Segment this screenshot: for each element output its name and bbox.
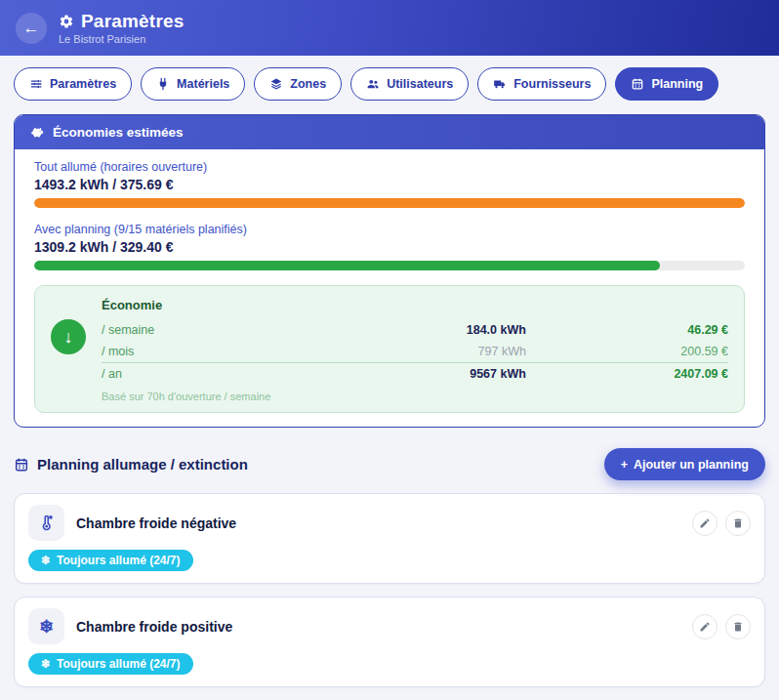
tab-utilisateurs[interactable]: Utilisateurs	[350, 67, 469, 101]
add-planning-button[interactable]: + Ajouter un planning	[604, 448, 765, 480]
tab-label: Matériels	[177, 77, 229, 91]
savings-title: Économies estimées	[53, 125, 184, 140]
always-on-badge: ❄ Toujours allumé (24/7)	[28, 550, 193, 571]
economy-row-label: / an	[102, 367, 324, 381]
layers-icon	[269, 77, 283, 91]
planning-title-text: Planning allumage / extinction	[37, 456, 248, 473]
app-header: ← Paramètres Le Bistrot Parisien	[0, 0, 779, 56]
with-planning-progress-track	[34, 261, 745, 270]
economy-row-eur: 46.29 €	[526, 323, 728, 337]
equipment-name: Chambre froide négative	[76, 515, 692, 531]
economy-row-eur: 2407.09 €	[526, 367, 728, 381]
header-text: Paramètres Le Bistrot Parisien	[59, 11, 184, 45]
trash-icon	[732, 621, 744, 633]
plug-icon	[156, 77, 170, 91]
with-planning-value: 1309.2 kWh / 329.40 €	[34, 239, 745, 255]
add-planning-label: Ajouter un planning	[634, 458, 749, 472]
edit-button[interactable]	[692, 511, 718, 536]
users-icon	[366, 77, 380, 91]
tab-label: Planning	[651, 77, 703, 91]
economy-row-week: / semaine 184.0 kWh 46.29 €	[102, 319, 728, 341]
tab-fournisseurs[interactable]: Fournisseurs	[477, 67, 606, 101]
tab-label: Fournisseurs	[513, 77, 591, 91]
economy-row-label: / mois	[102, 345, 324, 358]
restaurant-name: Le Bistrot Parisien	[59, 33, 184, 45]
truck-icon	[493, 77, 507, 91]
calendar-icon	[631, 77, 644, 91]
all-on-progress-fill	[34, 198, 745, 208]
planning-card-chambre-froide-positive: ❄ Chambre froide positive ❄ Toujours all…	[14, 597, 765, 687]
page-title: Paramètres	[81, 11, 184, 32]
economy-row-label: / semaine	[102, 323, 324, 337]
planning-section-header: Planning allumage / extinction + Ajouter…	[14, 448, 765, 480]
badge-label: Toujours allumé (24/7)	[57, 554, 180, 567]
down-arrow-icon: ↓	[51, 319, 86, 354]
tab-label: Utilisateurs	[387, 77, 453, 91]
trash-icon	[732, 517, 744, 529]
badge-label: Toujours allumé (24/7)	[57, 657, 180, 671]
tab-planning[interactable]: Planning	[615, 67, 718, 101]
savings-card-body: Tout allumé (horaires ouverture) 1493.2 …	[15, 149, 764, 427]
tab-bar: Paramètres Matériels Zones Utilisateurs …	[0, 56, 779, 112]
economy-row-month: / mois 797 kWh 200.59 €	[102, 341, 728, 362]
tab-label: Zones	[290, 77, 326, 91]
gear-icon	[59, 14, 74, 29]
piggy-bank-icon	[30, 125, 45, 140]
planning-card-chambre-froide-negative: Chambre froide négative ❄ Toujours allum…	[14, 493, 765, 584]
tab-parametres[interactable]: Paramètres	[14, 67, 132, 101]
sliders-icon	[29, 77, 43, 91]
economy-footnote: Basé sur 70h d'ouverture / semaine	[102, 391, 728, 402]
always-on-badge: ❄ Toujours allumé (24/7)	[28, 653, 193, 675]
edit-button[interactable]	[692, 614, 718, 639]
tab-zones[interactable]: Zones	[254, 67, 342, 101]
with-planning-progress-fill	[34, 261, 660, 270]
pencil-icon	[699, 517, 711, 529]
economy-panel: ↓ Économie / semaine 184.0 kWh 46.29 € /…	[34, 285, 745, 413]
snowflake-icon: ❄	[28, 608, 64, 644]
delete-button[interactable]	[725, 511, 751, 536]
planning-section-title: Planning allumage / extinction	[14, 456, 248, 473]
tab-label: Paramètres	[50, 77, 116, 91]
economy-row-year: / an 9567 kWh 2407.09 €	[102, 362, 728, 384]
tab-materiels[interactable]: Matériels	[141, 67, 245, 101]
delete-button[interactable]	[725, 614, 751, 639]
snowflake-icon: ❄	[41, 554, 51, 567]
economy-row-kwh: 797 kWh	[324, 345, 526, 358]
savings-card-header: Économies estimées	[15, 115, 764, 149]
economy-row-eur: 200.59 €	[526, 345, 728, 358]
economy-title: Économie	[102, 298, 728, 312]
snowflake-icon: ❄	[41, 657, 51, 671]
back-button[interactable]: ←	[16, 13, 47, 44]
all-on-label: Tout allumé (horaires ouverture)	[34, 160, 745, 174]
thermometer-icon	[28, 505, 64, 541]
savings-card: Économies estimées Tout allumé (horaires…	[14, 114, 765, 428]
with-planning-label: Avec planning (9/15 matériels planifiés)	[34, 223, 745, 236]
plus-icon: +	[621, 458, 628, 472]
all-on-progress-track	[34, 198, 745, 208]
pencil-icon	[699, 621, 711, 633]
economy-row-kwh: 9567 kWh	[324, 367, 526, 381]
calendar-icon	[14, 457, 29, 473]
equipment-name: Chambre froide positive	[76, 619, 692, 635]
economy-row-kwh: 184.0 kWh	[324, 323, 526, 337]
all-on-value: 1493.2 kWh / 375.69 €	[34, 177, 745, 192]
